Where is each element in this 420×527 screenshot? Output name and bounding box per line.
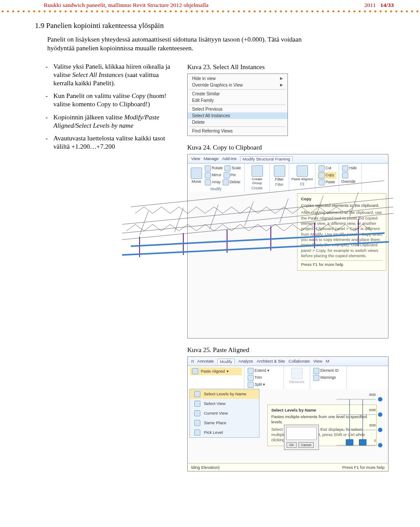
svg-point-1 xyxy=(378,412,382,417)
section-heading: 1.9 Panelien kopiointi rakenteessa ylösp… xyxy=(35,21,389,30)
ribbon-tabs: View Manage Add-Ins Modify Structural Fr… xyxy=(189,155,386,162)
dd-item[interactable]: Same Place xyxy=(190,418,259,428)
list-item: Avautuvasta luettelosta valitse kaikki t… xyxy=(44,134,175,151)
dd-item[interactable]: Current View xyxy=(190,408,259,418)
svg-point-2 xyxy=(378,428,382,432)
menu-item[interactable]: Override Graphics in View▶ xyxy=(188,82,287,88)
tab[interactable]: Add-Ins xyxy=(222,156,237,161)
ribbon-copy-figure: View Manage Add-Ins Modify Structural Fr… xyxy=(187,154,388,339)
f1-hint: Press F1 for more help xyxy=(342,465,385,470)
tab-active[interactable]: Modify Structural Framing xyxy=(240,156,293,161)
override-icon[interactable] xyxy=(342,172,348,178)
header-title: Ruukki sandwich paneelit, mallinnus Revi… xyxy=(44,2,208,9)
svg-point-3 xyxy=(378,443,382,447)
mirror-icon[interactable] xyxy=(205,172,211,178)
menu-item[interactable]: Select Previous xyxy=(188,106,287,112)
paste-aligned-icon[interactable] xyxy=(297,165,308,177)
cut-icon[interactable] xyxy=(318,165,325,171)
levels-dialog: OK Cancel xyxy=(284,425,319,450)
dd-select-levels-by-name[interactable]: Select Levels by Name xyxy=(190,389,259,399)
rotate-icon[interactable] xyxy=(205,165,211,171)
list-item: Kun Panelit on valittu valitse Copy (huo… xyxy=(44,92,175,108)
cancel-button[interactable]: Cancel xyxy=(298,442,314,448)
levels-diagram: 9000 6000 3000 0 xyxy=(332,391,387,457)
svg-text:0: 0 xyxy=(374,439,376,442)
ok-button[interactable]: OK xyxy=(287,442,297,448)
instruction-list: Valitse yksi Paneli, klikkaa hiiren oike… xyxy=(44,63,175,151)
structure-3d xyxy=(113,181,402,259)
svg-text:3000: 3000 xyxy=(369,424,376,427)
move-icon[interactable] xyxy=(191,168,202,179)
copy-icon[interactable] xyxy=(318,172,325,178)
filter-icon[interactable] xyxy=(274,165,285,177)
tab[interactable]: View xyxy=(191,156,200,161)
svg-rect-4 xyxy=(346,440,353,445)
context-menu: Hide in view▶ Override Graphics in View▶… xyxy=(187,73,288,136)
list-item: Kopioinnin jälkeen valitse Modify/Paste … xyxy=(44,113,175,130)
svg-text:9000: 9000 xyxy=(369,393,376,396)
divider-dots xyxy=(0,10,420,13)
figure-caption-23: Kuva 23. Select All Instances xyxy=(187,63,389,71)
svg-point-0 xyxy=(378,397,382,401)
dd-item[interactable]: Select View xyxy=(190,399,259,408)
intro-text: Panelit on lisäyksen yhteydessä automaat… xyxy=(47,35,318,53)
figure-caption-25: Kuva 25. Paste Aligned xyxy=(187,346,389,354)
menu-item[interactable]: Edit Family xyxy=(188,97,287,104)
menu-item-select-all-instances[interactable]: Select All Instances xyxy=(188,112,287,119)
svg-rect-5 xyxy=(359,440,366,445)
menu-item[interactable]: Delete xyxy=(188,119,287,126)
paste-aligned-icon[interactable] xyxy=(192,368,198,374)
menu-item[interactable]: Hide in view▶ xyxy=(188,75,287,82)
footer-text: lding Elevation) xyxy=(191,465,220,470)
svg-text:6000: 6000 xyxy=(369,408,376,412)
hide-icon[interactable] xyxy=(342,165,348,171)
paste-aligned-dropdown: Select Levels by Name Select View Curren… xyxy=(189,389,259,438)
dd-item[interactable]: Pick Level xyxy=(190,428,259,437)
figure-caption-24: Kuva 24. Copy to Clipboard xyxy=(187,144,389,151)
ribbon-paste-figure: rt Annotate Modify Analyze Architect & S… xyxy=(187,356,388,471)
menu-item[interactable]: Create Similar xyxy=(188,91,287,97)
header-right: 2011 14/33 xyxy=(364,2,394,9)
create-group-icon[interactable] xyxy=(252,165,263,177)
tab[interactable]: Manage xyxy=(203,156,218,161)
menu-item[interactable]: Find Referring Views xyxy=(188,128,287,134)
list-item: Valitse yksi Paneli, klikkaa hiiren oike… xyxy=(44,63,175,88)
